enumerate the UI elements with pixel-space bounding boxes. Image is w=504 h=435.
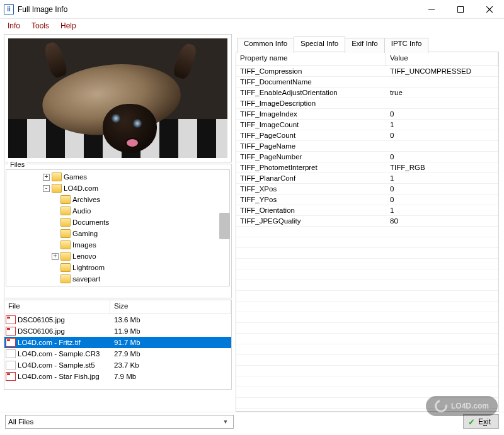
folder-icon <box>60 252 71 261</box>
property-blank-row <box>236 376 498 387</box>
tab-common-info[interactable]: Common Info <box>237 38 294 53</box>
tree-expander[interactable]: + <box>43 174 50 181</box>
check-icon: ✓ <box>467 417 476 426</box>
file-name: LO4D.com - Star Fish.jpg <box>18 373 110 380</box>
property-blank-row <box>236 323 498 334</box>
property-row[interactable]: TIFF_PhotometInterpretTIFF_RGB <box>236 162 498 173</box>
tree-node[interactable]: +Video <box>6 285 229 286</box>
property-value: 0 <box>386 196 498 203</box>
column-property-name[interactable]: Property name <box>236 52 386 65</box>
property-value: 80 <box>386 217 498 225</box>
tab-special-info[interactable]: Special Info <box>294 37 345 52</box>
property-row[interactable]: TIFF_ImageCount1 <box>236 120 498 130</box>
property-row[interactable]: TIFF_XPos0 <box>236 184 498 195</box>
property-value: 0 <box>386 185 498 193</box>
tab-iptc-info[interactable]: IPTC Info <box>384 38 429 53</box>
folder-tree-label: Files <box>8 161 26 168</box>
tree-node-label: Images <box>72 241 96 249</box>
property-row[interactable]: TIFF_EnableAdjustOrientationtrue <box>236 88 498 98</box>
tree-node[interactable]: +Lenovo <box>6 251 229 262</box>
menu-tools[interactable]: Tools <box>26 20 54 31</box>
chevron-down-icon: ▼ <box>220 419 231 425</box>
property-name: TIFF_ImageCount <box>236 121 386 128</box>
tree-node[interactable]: Documents <box>6 217 229 228</box>
tree-node[interactable]: -LO4D.com <box>6 183 229 194</box>
column-file[interactable]: File <box>4 300 110 314</box>
property-row[interactable]: TIFF_PageCount0 <box>236 130 498 141</box>
maximize-icon <box>457 6 464 13</box>
image-file-icon <box>6 372 16 381</box>
folder-icon <box>60 229 71 238</box>
folder-icon <box>60 206 71 215</box>
file-row[interactable]: DSC06106.jpg11.9 Mb <box>4 325 231 337</box>
property-blank-row <box>236 344 498 355</box>
property-row[interactable]: TIFF_ImageIndex0 <box>236 109 498 120</box>
tree-node[interactable]: +Games <box>6 171 229 183</box>
tree-node-label: Documents <box>72 218 109 226</box>
menu-info[interactable]: Info <box>3 20 25 31</box>
file-size: 11.9 Mb <box>110 327 231 335</box>
property-blank-row <box>236 269 498 280</box>
column-property-value[interactable]: Value <box>386 52 498 65</box>
file-row[interactable]: LO4D.com - Sample.CR327.9 Mb <box>4 348 231 359</box>
property-blank-row <box>236 312 498 323</box>
tab-exif-info[interactable]: Exif Info <box>345 38 385 53</box>
close-button[interactable] <box>475 0 504 18</box>
property-blank-row <box>236 259 498 269</box>
property-row[interactable]: TIFF_CompressionTIFF_UNCOMPRESSED <box>236 66 498 77</box>
folder-tree: +Games-LO4D.comArchivesAudioDocumentsGam… <box>6 170 229 286</box>
tree-expander[interactable]: + <box>52 253 59 260</box>
bottom-bar: All Files ▼ ✓ Exit <box>0 412 504 431</box>
tree-expander[interactable]: - <box>43 185 50 192</box>
file-row[interactable]: LO4D.com - Sample.st523.7 Kb <box>4 359 231 371</box>
tree-node[interactable]: Archives <box>6 194 229 205</box>
property-blank-row <box>236 355 498 366</box>
file-size: 91.7 Mb <box>110 339 231 346</box>
tree-node-label: LO4D.com <box>64 184 98 192</box>
property-name: TIFF_EnableAdjustOrientation <box>236 89 386 96</box>
file-size: 23.7 Kb <box>110 361 231 369</box>
tree-node[interactable]: Lightroom <box>6 262 229 273</box>
property-name: TIFF_PageName <box>236 142 386 150</box>
minimize-icon <box>428 6 435 13</box>
property-row[interactable]: TIFF_Orientation1 <box>236 205 498 216</box>
property-header: Property name Value <box>236 52 498 66</box>
image-preview <box>8 38 227 158</box>
folder-icon <box>60 274 71 283</box>
property-row[interactable]: TIFF_JPEGQuality80 <box>236 216 498 227</box>
tree-node[interactable]: savepart <box>6 273 229 285</box>
property-body[interactable]: TIFF_CompressionTIFF_UNCOMPRESSEDTIFF_Do… <box>236 66 498 411</box>
file-filter-dropdown[interactable]: All Files ▼ <box>5 415 234 429</box>
property-value: 1 <box>386 121 498 128</box>
column-size[interactable]: Size <box>110 300 231 314</box>
property-row[interactable]: TIFF_PageNumber0 <box>236 152 498 162</box>
property-name: TIFF_PageCount <box>236 132 386 139</box>
property-name: TIFF_PlanarConf <box>236 174 386 182</box>
file-name: DSC06105.jpg <box>18 316 110 324</box>
property-row[interactable]: TIFF_PageName <box>236 141 498 152</box>
property-name: TIFF_ImageDescription <box>236 99 386 107</box>
property-row[interactable]: TIFF_YPos0 <box>236 195 498 205</box>
folder-tree-scroll[interactable]: +Games-LO4D.comArchivesAudioDocumentsGam… <box>6 169 230 286</box>
file-list-panel: File Size DSC06105.jpg13.6 MbDSC06106.jp… <box>4 300 232 412</box>
file-row[interactable]: LO4D.com - Star Fish.jpg7.9 Mb <box>4 371 231 382</box>
property-row[interactable]: TIFF_ImageDescription <box>236 98 498 109</box>
exit-button[interactable]: ✓ Exit <box>463 414 499 429</box>
menu-help[interactable]: Help <box>55 20 81 31</box>
maximize-button[interactable] <box>446 0 475 18</box>
minimize-button[interactable] <box>417 0 446 18</box>
file-icon <box>6 361 16 370</box>
file-name: LO4D.com - Fritz.tif <box>18 339 110 346</box>
scrollbar-thumb[interactable] <box>219 213 230 239</box>
property-name: TIFF_XPos <box>236 185 386 193</box>
tree-node[interactable]: Audio <box>6 205 229 217</box>
file-row[interactable]: DSC06105.jpg13.6 Mb <box>4 314 231 325</box>
property-row[interactable]: TIFF_PlanarConf1 <box>236 173 498 184</box>
tree-node[interactable]: Gaming <box>6 228 229 239</box>
tree-node[interactable]: Images <box>6 239 229 251</box>
file-row[interactable]: LO4D.com - Fritz.tif91.7 Mb <box>4 337 231 348</box>
property-blank-row <box>236 227 498 237</box>
property-row[interactable]: TIFF_DocumentName <box>236 77 498 88</box>
property-value: 1 <box>386 206 498 214</box>
file-list-body[interactable]: DSC06105.jpg13.6 MbDSC06106.jpg11.9 MbLO… <box>4 314 231 389</box>
